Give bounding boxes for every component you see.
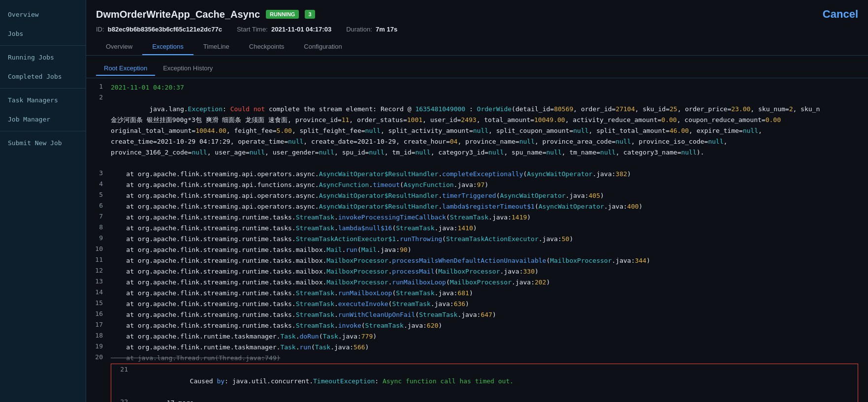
line-num-5: 5 [86, 190, 111, 198]
id-label-text: ID: [96, 26, 104, 33]
tab-overview[interactable]: Overview [96, 39, 142, 55]
code-line-4: 4 at org.apache.flink.streaming.api.func… [86, 180, 868, 190]
start-label-text: Start Time: [237, 26, 268, 33]
sub-tab-root-label: Root Exception [104, 64, 147, 72]
sidebar-item-completed-jobs[interactable]: Completed Jobs [0, 67, 86, 86]
line-content-5: at org.apache.flink.streaming.api.operat… [111, 190, 868, 201]
sub-tabs: Root Exception Exception History [86, 56, 868, 76]
line-content-1: 2021-11-01 04:20:37 [111, 82, 868, 93]
red-box-gutter [86, 364, 111, 402]
line-content-8: at org.apache.flink.streaming.runtime.ta… [111, 223, 868, 234]
code-line-19: 19 at org.apache.flink.runtime.taskmanag… [86, 342, 868, 353]
header-meta: ID: b82ec9b6b8356e3b6cf65c121e2dc77c Sta… [96, 26, 858, 33]
line-num-14: 14 [86, 288, 111, 296]
tab-timeline-label: TimeLine [203, 43, 229, 50]
tab-overview-label: Overview [106, 43, 132, 50]
id-label: ID: b82ec9b6b8356e3b6cf65c121e2dc77c [96, 26, 222, 33]
sidebar-item-job-manager[interactable]: Job Manager [0, 110, 86, 129]
id-value: b82ec9b6b8356e3b6cf65c121e2dc77c [108, 26, 222, 33]
sub-tab-root-exception[interactable]: Root Exception [96, 62, 155, 76]
sidebar-divider-2 [0, 88, 86, 89]
line-num-19: 19 [86, 342, 111, 350]
line-num-1: 1 [86, 82, 111, 90]
header-top: DwmOrderWriteApp_Cache_Async RUNNING 3 C… [96, 8, 858, 21]
code-line-14: 14 at org.apache.flink.streaming.runtime… [86, 288, 868, 299]
sub-tab-history-label: Exception History [163, 64, 213, 72]
tab-checkpoints[interactable]: Checkpoints [239, 39, 294, 55]
line-content-6: at org.apache.flink.streaming.api.operat… [111, 201, 868, 212]
red-box-container: 21 Caused by: java.util.concurrent.Timeo… [86, 364, 868, 402]
line-num-2: 2 [86, 93, 111, 101]
line-num-9: 9 [86, 234, 111, 242]
line-num-20: 20 [86, 353, 111, 361]
line-content-7: at org.apache.flink.streaming.runtime.ta… [111, 212, 868, 223]
code-line-7: 7 at org.apache.flink.streaming.runtime.… [86, 212, 868, 223]
duration-value: 7m 17s [376, 26, 397, 33]
line-content-22: ... 17 more [136, 398, 858, 402]
code-line-2: 2 java.lang.Exception: Could not complet… [86, 93, 868, 169]
red-box: 21 Caused by: java.util.concurrent.Timeo… [111, 364, 858, 402]
duration-label-text: Duration: [346, 26, 372, 33]
app-name: DwmOrderWriteApp_Cache_Async [96, 9, 260, 20]
sidebar-label-overview: Overview [8, 11, 39, 18]
code-line-17: 17 at org.apache.flink.streaming.runtime… [86, 320, 868, 331]
line-num-4: 4 [86, 180, 111, 187]
tab-timeline[interactable]: TimeLine [193, 39, 239, 55]
line-num-15: 15 [86, 299, 111, 307]
code-line-15: 15 at org.apache.flink.streaming.runtime… [86, 299, 868, 309]
sidebar-label-jobs: Jobs [8, 30, 23, 37]
sidebar-label-submit-job: Submit New Job [8, 139, 62, 147]
sidebar-label-running-jobs: Running Jobs [8, 54, 54, 61]
sidebar-item-jobs[interactable]: Jobs [0, 24, 86, 43]
sidebar-item-submit-job[interactable]: Submit New Job [0, 133, 86, 153]
line-content-11: at org.apache.flink.streaming.runtime.ta… [111, 255, 868, 266]
line-content-16: at org.apache.flink.streaming.runtime.ta… [111, 309, 868, 320]
line-content-19: at org.apache.flink.runtime.taskmanager.… [111, 342, 868, 353]
code-line-13: 13 at org.apache.flink.streaming.runtime… [86, 277, 868, 288]
line-num-11: 11 [86, 255, 111, 263]
line-num-10: 10 [86, 245, 111, 252]
code-line-11: 11 at org.apache.flink.streaming.runtime… [86, 255, 868, 266]
sidebar-item-overview[interactable]: Overview [0, 5, 86, 24]
cancel-button[interactable]: Cancel [823, 8, 858, 21]
code-area[interactable]: 1 2021-11-01 04:20:37 2 java.lang.Except… [86, 78, 868, 402]
code-line-16: 16 at org.apache.flink.streaming.runtime… [86, 309, 868, 320]
line-num-3: 3 [86, 169, 111, 177]
code-line-3: 3 at org.apache.flink.streaming.api.oper… [86, 169, 868, 180]
line-content-2: java.lang.Exception: Could not complete … [111, 93, 868, 169]
line-num-16: 16 [86, 309, 111, 317]
tab-checkpoints-label: Checkpoints [249, 43, 285, 50]
line-content-14: at org.apache.flink.streaming.runtime.ta… [111, 288, 868, 299]
line-content-9: at org.apache.flink.streaming.runtime.ta… [111, 234, 868, 245]
line-num-17: 17 [86, 320, 111, 328]
line-num-8: 8 [86, 223, 111, 231]
line-content-12: at org.apache.flink.streaming.runtime.ta… [111, 266, 868, 277]
line-content-3: at org.apache.flink.streaming.api.operat… [111, 169, 868, 180]
tab-exceptions-label: Exceptions [152, 43, 184, 50]
duration-label: Duration: 7m 17s [346, 26, 397, 33]
line-content-15: at org.apache.flink.streaming.runtime.ta… [111, 299, 868, 309]
header: DwmOrderWriteApp_Cache_Async RUNNING 3 C… [86, 0, 868, 56]
sidebar-divider-3 [0, 131, 86, 131]
code-line-1: 1 2021-11-01 04:20:37 [86, 82, 868, 93]
code-line-6: 6 at org.apache.flink.streaming.api.oper… [86, 201, 868, 212]
code-line-21: 21 Caused by: java.util.concurrent.Timeo… [111, 365, 858, 398]
main-tabs: Overview Exceptions TimeLine Checkpoints… [96, 39, 858, 55]
line-num-22: 22 [111, 398, 136, 402]
sidebar-item-task-managers[interactable]: Task Managers [0, 91, 86, 110]
line-num-7: 7 [86, 212, 111, 220]
tab-configuration[interactable]: Configuration [294, 39, 352, 55]
tab-exceptions[interactable]: Exceptions [142, 39, 193, 55]
line-content-10: at org.apache.flink.streaming.runtime.ta… [111, 245, 868, 255]
line-num-21: 21 [111, 365, 136, 373]
code-line-18: 18 at org.apache.flink.runtime.taskmanag… [86, 331, 868, 342]
line-content-21: Caused by: java.util.concurrent.TimeoutE… [136, 365, 858, 398]
line-content-4: at org.apache.flink.streaming.api.functi… [111, 180, 868, 190]
code-line-10: 10 at org.apache.flink.streaming.runtime… [86, 245, 868, 255]
code-line-22: 22 ... 17 more [111, 398, 858, 402]
sub-tab-exception-history[interactable]: Exception History [155, 62, 221, 76]
sidebar-item-running-jobs[interactable]: Running Jobs [0, 48, 86, 67]
code-line-20: 20 at java.lang.Thread.run(Thread.java:7… [86, 353, 868, 364]
start-time-label: Start Time: 2021-11-01 04:17:03 [237, 26, 331, 33]
sidebar: Overview Jobs Running Jobs Completed Job… [0, 0, 86, 402]
